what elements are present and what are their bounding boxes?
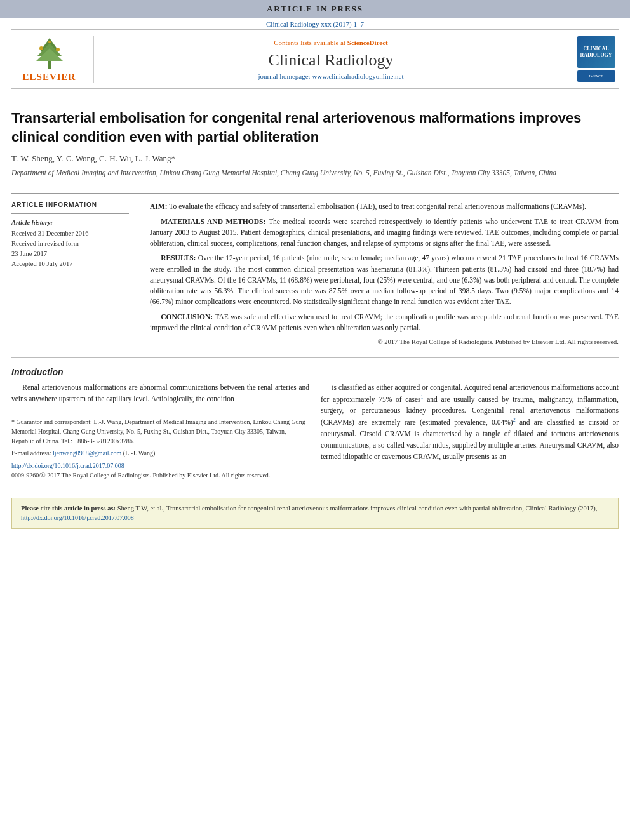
svg-rect-0 — [48, 60, 51, 69]
intro-col-right: is classified as either acquired or cong… — [321, 382, 619, 483]
aim-label: AIM: — [150, 203, 169, 210]
accepted-date: Accepted 10 July 2017 — [11, 259, 129, 269]
doi-text: Clinical Radiology xxx (2017) 1–7 — [266, 20, 364, 28]
doi-hyperlink[interactable]: http://dx.doi.org/10.1016/j.crad.2017.07… — [11, 462, 124, 469]
article-info-column: ARTICLE INFORMATION Article history: Rec… — [11, 201, 138, 347]
journal-homepage-line: journal homepage: www.clinicalradiologyo… — [258, 72, 403, 80]
elsevier-logo: ELSEVIER — [23, 36, 76, 83]
ref1: 1 — [420, 394, 423, 400]
introduction-section: Introduction Renal arteriovenous malform… — [11, 367, 619, 483]
email-label: E-mail address: — [11, 450, 51, 457]
badge-text: CLINICALRADIOLOGY — [580, 46, 612, 58]
email-attr: (L.-J. Wang). — [123, 450, 157, 457]
abstract-results: RESULTS: Over the 12-year period, 16 pat… — [150, 253, 619, 307]
results-text: Over the 12-year period, 16 patients (ni… — [150, 254, 619, 305]
page: ARTICLE IN PRESS Clinical Radiology xxx … — [0, 0, 630, 840]
doi-line: Clinical Radiology xxx (2017) 1–7 — [0, 18, 630, 29]
article-info-heading: ARTICLE INFORMATION — [11, 201, 129, 208]
sciencedirect-label: Contents lists available at — [274, 39, 347, 46]
journal-title: Clinical Radiology — [268, 51, 393, 70]
revised-date: Received in revised form 23 June 2017 — [11, 239, 129, 259]
section-divider — [11, 357, 619, 358]
introduction-heading: Introduction — [11, 367, 619, 377]
citation-text: Transarterial embolisation for congenita… — [166, 505, 597, 512]
elsevier-logo-area: ELSEVIER — [11, 36, 94, 83]
citation-bar: Please cite this article in press as: Sh… — [11, 498, 619, 530]
abstract-text: AIM: To evaluate the efficacy and safety… — [150, 201, 619, 347]
svg-point-5 — [56, 48, 60, 51]
email-link[interactable]: ljenwang0918@gmail.com — [53, 450, 121, 457]
journal-badge-area: CLINICALRADIOLOGY IMPACT — [568, 36, 619, 83]
ref2: 2 — [513, 417, 516, 423]
impact-text: IMPACT — [589, 74, 603, 78]
sciencedirect-line: Contents lists available at ScienceDirec… — [274, 39, 387, 46]
conclusion-label: CONCLUSION: — [161, 313, 215, 321]
elsevier-wordmark: ELSEVIER — [23, 72, 76, 83]
abstract-methods: MATERIALS AND METHODS: The medical recor… — [150, 217, 619, 250]
received-date: Received 31 December 2016 — [11, 229, 129, 239]
revised-date-value: 23 June 2017 — [11, 250, 47, 257]
aim-text: To evaluate the efficacy and safety of t… — [169, 203, 586, 210]
elsevier-tree-icon — [27, 36, 72, 70]
intro-para1: Renal arteriovenous malformations are ab… — [11, 382, 309, 405]
abstract-column: AIM: To evaluate the efficacy and safety… — [150, 201, 619, 347]
svg-point-6 — [48, 41, 51, 43]
intro-col-left: Renal arteriovenous malformations are ab… — [11, 382, 309, 483]
conclusion-text: TAE was safe and effective when used to … — [150, 313, 619, 331]
svg-point-4 — [39, 46, 43, 50]
footnote-area: * Guarantor and correspondent: L.-J. Wan… — [11, 413, 309, 480]
abstract-section: ARTICLE INFORMATION Article history: Rec… — [11, 193, 619, 347]
introduction-two-col: Renal arteriovenous malformations are ab… — [11, 382, 619, 483]
authors-text: T.-W. Sheng, Y.-C. Wong, C.-H. Wu, L.-J.… — [11, 154, 175, 163]
journal-info-center: Contents lists available at ScienceDirec… — [94, 36, 568, 83]
journal-header: ELSEVIER Contents lists available at Sci… — [11, 29, 619, 89]
citation-label: Please cite this article in press as: Sh… — [21, 505, 166, 512]
results-label: RESULTS: — [161, 254, 198, 262]
revised-text: Received in revised form — [11, 240, 79, 247]
title-area: Transarterial embolisation for congenita… — [11, 98, 619, 193]
copyright-line: © 2017 The Royal College of Radiologists… — [150, 337, 619, 347]
abstract-conclusion: CONCLUSION: TAE was safe and effective w… — [150, 312, 619, 334]
affiliation-text: Department of Medical Imaging and Interv… — [11, 168, 619, 178]
article-in-press-banner: ARTICLE IN PRESS — [0, 0, 630, 18]
radiology-badge: CLINICALRADIOLOGY — [577, 36, 615, 68]
homepage-label: journal homepage: — [258, 72, 310, 80]
authors-line: T.-W. Sheng, Y.-C. Wong, C.-H. Wu, L.-J.… — [11, 154, 619, 164]
citation-doi-link[interactable]: http://dx.doi.org/10.1016/j.crad.2017.07… — [21, 514, 134, 521]
main-content: Transarterial embolisation for congenita… — [0, 89, 630, 491]
intro-para2: is classified as either acquired or cong… — [321, 382, 619, 462]
impact-badge: IMPACT — [577, 70, 615, 82]
sciencedirect-name: ScienceDirect — [347, 39, 388, 46]
history-label: Article history: — [11, 219, 129, 226]
homepage-url: www.clinicalradiologyonline.net — [312, 72, 403, 80]
doi-link-line: http://dx.doi.org/10.1016/j.crad.2017.07… — [11, 460, 309, 470]
banner-text: ARTICLE IN PRESS — [267, 4, 363, 13]
issn-line: 0009-9260/© 2017 The Royal College of Ra… — [11, 470, 309, 480]
abstract-aim: AIM: To evaluate the efficacy and safety… — [150, 201, 619, 212]
footnote-star: * Guarantor and correspondent: L.-J. Wan… — [11, 417, 309, 446]
footnote-email: E-mail address: ljenwang0918@gmail.com (… — [11, 448, 309, 458]
article-title: Transarterial embolisation for congenita… — [11, 109, 619, 146]
methods-label: MATERIALS AND METHODS: — [161, 218, 269, 225]
